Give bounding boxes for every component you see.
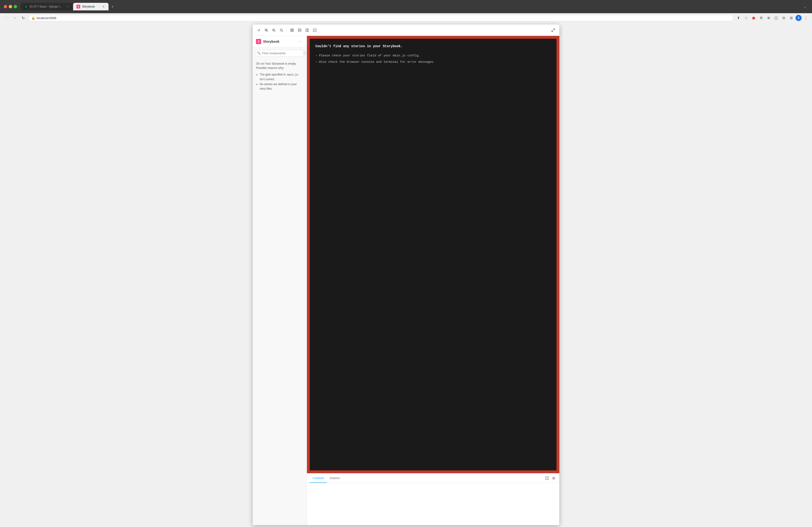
- sb-layout-button-2[interactable]: [304, 27, 310, 33]
- forward-button[interactable]: →: [11, 15, 18, 21]
- preview-error-body: – Please check your stories field of you…: [315, 53, 551, 65]
- tab-storybook-label: Storybook: [82, 5, 95, 8]
- browser-toolbar: ← → ↻ 🔒 localhost:6006 ⬆ ☆ ⬤ ⚙ ⊕ ◫ ⧉ ⊞ S…: [0, 13, 812, 23]
- toolbar-actions: ⬆ ☆ ⬤ ⚙ ⊕ ◫ ⧉ ⊞ S ⋮: [735, 15, 809, 21]
- sb-zoom-in-button[interactable]: [263, 27, 270, 33]
- bookmark-button[interactable]: ☆: [743, 15, 749, 21]
- storybook-sidebar: S Storybook ··· 🔍 / Oh no! Your Storyboo…: [253, 36, 307, 525]
- sidebar-search-container[interactable]: 🔍 /: [255, 50, 304, 56]
- svg-rect-12: [292, 30, 293, 32]
- panel-layout-button[interactable]: [544, 475, 550, 481]
- panel-close-button[interactable]: [551, 475, 556, 481]
- tab-django-label: D.I.R.T Stack - Django Inertia...: [30, 5, 64, 8]
- tab-django[interactable]: D D.I.R.T Stack - Django Inertia... ✕: [21, 3, 73, 10]
- fullscreen-traffic-light[interactable]: [14, 5, 17, 8]
- tab-actions[interactable]: Actions: [327, 473, 343, 483]
- tab-django-close[interactable]: ✕: [66, 5, 69, 9]
- svg-rect-10: [292, 29, 293, 30]
- sb-expand-button[interactable]: [550, 27, 556, 33]
- address-text: localhost:6006: [37, 16, 730, 20]
- tabs-bar: D D.I.R.T Stack - Django Inertia... ✕ S …: [21, 3, 800, 10]
- back-button[interactable]: ←: [3, 15, 10, 21]
- svg-line-5: [275, 31, 276, 32]
- sb-grid-button[interactable]: [289, 27, 295, 33]
- storybook-menu-button[interactable]: ···: [298, 39, 303, 44]
- sidebar-bullet-1: The glob specified in main.js isn't corr…: [260, 72, 303, 82]
- sidebar-header: S Storybook ···: [253, 36, 307, 47]
- browser-content: ↺: [0, 23, 812, 527]
- storybook-main: Couldn't find any stories in your Storyb…: [307, 36, 559, 525]
- storybook-toolbar: ↺: [253, 25, 559, 36]
- sb-zoom-reset-button[interactable]: [278, 27, 285, 33]
- reload-button[interactable]: ↻: [20, 15, 26, 21]
- error-line-1: – Please check your stories field of you…: [315, 53, 551, 58]
- search-input[interactable]: [262, 52, 302, 55]
- svg-rect-16: [307, 29, 308, 32]
- toolbar-divider-1: [287, 28, 287, 32]
- storybook-toolbar-icons: ↺: [256, 27, 547, 33]
- share-button[interactable]: ⬆: [735, 15, 742, 21]
- sb-layout-button-3[interactable]: [311, 27, 318, 33]
- storybook-preview: Couldn't find any stories in your Storyb…: [307, 36, 559, 473]
- extension-button-4[interactable]: ◫: [773, 15, 780, 21]
- new-tab-button[interactable]: +: [109, 3, 116, 10]
- sb-zoom-out-button[interactable]: [271, 27, 277, 33]
- sb-layout-button-1[interactable]: [296, 27, 303, 33]
- svg-line-1: [267, 31, 268, 32]
- extension-button-6[interactable]: ⊞: [788, 15, 795, 21]
- storybook-panel: Controls Actions: [307, 473, 559, 525]
- profile-button[interactable]: S: [796, 15, 802, 21]
- preview-error-container: Couldn't find any stories in your Storyb…: [310, 39, 556, 470]
- minimize-traffic-light[interactable]: [9, 5, 12, 8]
- extension-button-2[interactable]: ⚙: [758, 15, 764, 21]
- browser-menu-button[interactable]: ⋮: [802, 15, 809, 21]
- svg-rect-13: [298, 29, 301, 30]
- svg-line-8: [282, 31, 283, 32]
- browser-titlebar: D D.I.R.T Stack - Django Inertia... ✕ S …: [0, 0, 812, 13]
- sidebar-content: Oh no! Your Storybook is empty. Possible…: [253, 59, 307, 525]
- storybook-brand-name: Storybook: [263, 40, 279, 43]
- extension-button-3[interactable]: ⊕: [765, 15, 772, 21]
- sidebar-bullets-list: The glob specified in main.js isn't corr…: [256, 72, 303, 91]
- tab-storybook-close[interactable]: ✕: [101, 5, 105, 9]
- error-line-2: – Also check the browser console and ter…: [315, 59, 551, 64]
- tab-controls[interactable]: Controls: [310, 473, 327, 483]
- close-traffic-light[interactable]: [4, 5, 7, 8]
- storybook-logo: S: [256, 39, 261, 44]
- tab-list-dropdown[interactable]: ⌄: [802, 3, 808, 10]
- svg-rect-9: [291, 29, 292, 30]
- security-icon: 🔒: [31, 16, 35, 20]
- storybook-body: S Storybook ··· 🔍 / Oh no! Your Storyboo…: [253, 36, 559, 525]
- tab-django-favicon: D: [24, 5, 28, 9]
- preview-error-title: Couldn't find any stories in your Storyb…: [315, 44, 551, 48]
- panel-tabs: Controls Actions: [307, 473, 559, 483]
- tab-storybook[interactable]: S Storybook ✕: [73, 3, 108, 10]
- search-icon: 🔍: [257, 52, 261, 55]
- sidebar-empty-message: Oh no! Your Storybook is empty. Possible…: [256, 62, 303, 70]
- panel-tab-actions: [544, 475, 556, 481]
- sb-refresh-button[interactable]: ↺: [256, 27, 262, 33]
- panel-body: [307, 483, 559, 525]
- tab-storybook-favicon: S: [76, 5, 80, 9]
- sidebar-bullet-2: No stories are defined in your story fil…: [260, 82, 303, 91]
- extension-button-1[interactable]: ⬤: [750, 15, 757, 21]
- svg-rect-15: [306, 29, 307, 32]
- svg-rect-14: [298, 30, 301, 32]
- svg-rect-11: [291, 30, 292, 32]
- address-bar[interactable]: 🔒 localhost:6006: [28, 15, 733, 21]
- extension-button-5[interactable]: ⧉: [780, 15, 787, 21]
- storybook-window: ↺: [253, 25, 559, 525]
- traffic-lights: [4, 5, 17, 8]
- search-shortcut: /: [303, 51, 306, 55]
